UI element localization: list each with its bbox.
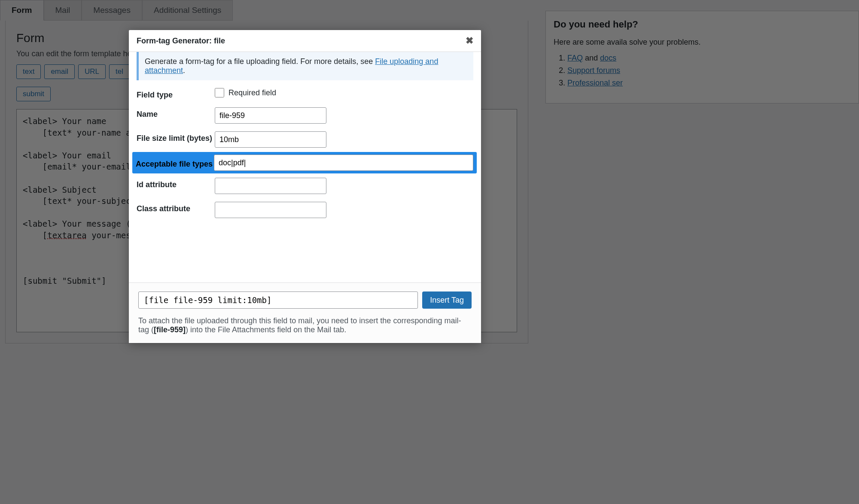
- info-banner: Generate a form-tag for a file uploading…: [137, 52, 473, 80]
- label-id-attr: Id attribute: [137, 178, 215, 189]
- label-name: Name: [137, 107, 215, 119]
- modal-title: Form-tag Generator: file: [137, 36, 225, 46]
- required-label: Required field: [228, 88, 276, 97]
- id-attr-input[interactable]: [215, 178, 326, 194]
- form-tag-generator-modal: Form-tag Generator: file ✖ Generate a fo…: [129, 30, 481, 343]
- filesize-input[interactable]: [215, 131, 326, 148]
- label-filetypes: Acceptable file types: [136, 157, 214, 169]
- highlighted-filetypes-row: Acceptable file types: [132, 152, 477, 173]
- generated-tag-output[interactable]: [138, 291, 418, 309]
- class-attr-input[interactable]: [215, 202, 326, 218]
- label-class-attr: Class attribute: [137, 202, 215, 213]
- required-checkbox[interactable]: [215, 88, 224, 97]
- label-field-type: Field type: [137, 88, 215, 100]
- name-input[interactable]: [215, 107, 326, 124]
- label-filesize: File size limit (bytes): [137, 131, 215, 143]
- filetypes-input[interactable]: [214, 155, 473, 171]
- close-icon[interactable]: ✖: [466, 35, 473, 46]
- footer-note: To attach the file uploaded through this…: [138, 316, 472, 334]
- insert-tag-button[interactable]: Insert Tag: [422, 291, 472, 309]
